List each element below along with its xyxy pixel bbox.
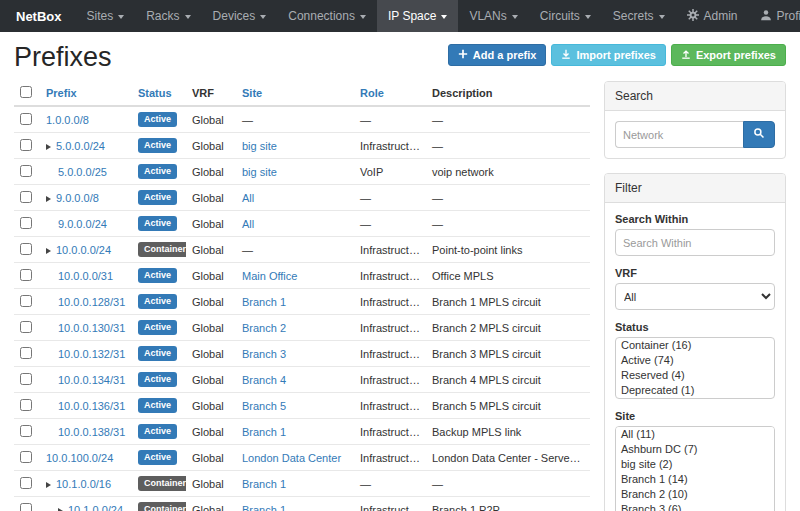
listbox-option[interactable]: Branch 2 (10) — [616, 487, 774, 502]
row-checkbox[interactable] — [20, 191, 32, 203]
site-link[interactable]: Main Office — [242, 270, 297, 282]
listbox-option[interactable]: All (11) — [616, 427, 774, 442]
vrf-select[interactable]: All — [615, 283, 775, 310]
search-within-input[interactable] — [615, 229, 775, 256]
site-link[interactable]: Branch 1 — [242, 504, 286, 511]
nav-item-devices[interactable]: Devices — [202, 0, 278, 32]
row-checkbox[interactable] — [20, 451, 32, 463]
site-link[interactable]: London Data Center — [242, 452, 341, 464]
row-checkbox[interactable] — [20, 399, 32, 411]
vrf-cell: Global — [186, 315, 236, 341]
prefix-link[interactable]: 10.0.0.136/31 — [58, 400, 125, 412]
prefix-link[interactable]: 9.0.0.0/8 — [56, 192, 99, 204]
nav-item-label: Devices — [213, 9, 256, 23]
import-prefixes-button[interactable]: Import prefixes — [551, 44, 665, 66]
select-all-checkbox[interactable] — [20, 86, 32, 98]
listbox-option[interactable]: Ashburn DC (7) — [616, 442, 774, 457]
nav-item-racks[interactable]: Racks — [135, 0, 201, 32]
brand-netbox[interactable]: NetBox — [6, 0, 76, 32]
prefix-link[interactable]: 10.0.0.134/31 — [58, 374, 125, 386]
site-link[interactable]: Branch 1 — [242, 426, 286, 438]
site-link[interactable]: Branch 1 — [242, 478, 286, 490]
site-link[interactable]: Branch 1 — [242, 296, 286, 308]
status-listbox[interactable]: Container (16)Active (74)Reserved (4)Dep… — [615, 337, 775, 399]
site-link[interactable]: All — [242, 218, 254, 230]
chevron-down-icon — [360, 15, 366, 19]
column-header-status[interactable]: Status — [132, 81, 186, 106]
site-listbox[interactable]: All (11)Ashburn DC (7)big site (2)Branch… — [615, 426, 775, 511]
prefix-link[interactable]: 9.0.0.0/24 — [58, 218, 107, 230]
expand-icon[interactable] — [46, 196, 51, 202]
prefix-link[interactable]: 10.0.0.138/31 — [58, 426, 125, 438]
nav-item-connections[interactable]: Connections — [277, 0, 377, 32]
prefix-link[interactable]: 1.0.0.0/8 — [46, 114, 89, 126]
add-a-prefix-button[interactable]: Add a prefix — [448, 44, 547, 66]
status-badge: Active — [138, 190, 177, 205]
row-checkbox[interactable] — [20, 321, 32, 333]
prefix-link[interactable]: 5.0.0.0/24 — [56, 140, 105, 152]
row-checkbox[interactable] — [20, 217, 32, 229]
prefix-link[interactable]: 10.0.100.0/24 — [46, 452, 113, 464]
site-link[interactable]: big site — [242, 140, 277, 152]
row-checkbox[interactable] — [20, 165, 32, 177]
expand-icon[interactable] — [46, 482, 51, 488]
site-link[interactable]: All — [242, 192, 254, 204]
export-prefixes-button[interactable]: Export prefixes — [671, 44, 786, 66]
nav-item-sites[interactable]: Sites — [76, 0, 136, 32]
row-checkbox[interactable] — [20, 113, 32, 125]
column-header-prefix[interactable]: Prefix — [40, 81, 132, 106]
prefix-link[interactable]: 10.0.0.132/31 — [58, 348, 125, 360]
chevron-down-icon — [118, 15, 124, 19]
search-input[interactable] — [615, 121, 743, 148]
nav-item-vlans[interactable]: VLANs — [458, 0, 528, 32]
prefix-link[interactable]: 10.1.0.0/24 — [68, 504, 123, 511]
prefix-link[interactable]: 10.0.0.0/31 — [58, 270, 113, 282]
row-checkbox[interactable] — [20, 425, 32, 437]
row-checkbox[interactable] — [20, 295, 32, 307]
row-checkbox[interactable] — [20, 243, 32, 255]
prefix-link[interactable]: 10.0.0.0/24 — [56, 244, 111, 256]
nav-item-ip-space[interactable]: IP Space — [377, 0, 458, 32]
listbox-option[interactable]: Deprecated (1) — [616, 383, 774, 398]
nav-item-secrets[interactable]: Secrets — [602, 0, 676, 32]
prefix-link[interactable]: 10.1.0.0/16 — [56, 478, 111, 490]
row-checkbox[interactable] — [20, 269, 32, 281]
table-row: 10.0.0.0/31ActiveGlobalMain OfficeInfras… — [14, 263, 590, 289]
status-badge: Active — [138, 450, 177, 465]
prefix-link[interactable]: 10.0.0.128/31 — [58, 296, 125, 308]
filter-label-status: Status — [615, 321, 775, 333]
user-icon — [760, 9, 772, 24]
role-cell: Infrastructure — [354, 497, 426, 511]
column-header-role[interactable]: Role — [354, 81, 426, 106]
row-checkbox[interactable] — [20, 477, 32, 489]
expand-icon[interactable] — [46, 144, 51, 150]
expand-icon[interactable] — [58, 508, 63, 511]
row-checkbox[interactable] — [20, 347, 32, 359]
prefix-link[interactable]: 10.0.0.130/31 — [58, 322, 125, 334]
row-checkbox[interactable] — [20, 503, 32, 511]
site-link[interactable]: big site — [242, 166, 277, 178]
site-link[interactable]: Branch 5 — [242, 400, 286, 412]
row-checkbox[interactable] — [20, 139, 32, 151]
status-badge: Active — [138, 346, 177, 361]
listbox-option[interactable]: big site (2) — [616, 457, 774, 472]
listbox-option[interactable]: Active (74) — [616, 353, 774, 368]
expand-icon[interactable] — [46, 248, 51, 254]
listbox-option[interactable]: Reserved (4) — [616, 368, 774, 383]
nav-item-admin[interactable]: Admin — [676, 0, 749, 32]
listbox-option[interactable]: Branch 3 (6) — [616, 502, 774, 511]
description-cell: Office MPLS — [426, 263, 590, 289]
nav-item-circuits[interactable]: Circuits — [529, 0, 602, 32]
button-label: Import prefixes — [576, 49, 655, 61]
prefix-link[interactable]: 5.0.0.0/25 — [58, 166, 107, 178]
listbox-option[interactable]: Branch 1 (14) — [616, 472, 774, 487]
column-header-site[interactable]: Site — [236, 81, 354, 106]
row-checkbox[interactable] — [20, 373, 32, 385]
site-link[interactable]: Branch 2 — [242, 322, 286, 334]
site-link[interactable]: Branch 3 — [242, 348, 286, 360]
search-button[interactable] — [743, 121, 775, 148]
nav-item-profile[interactable]: Profile — [749, 0, 800, 32]
site-link[interactable]: Branch 4 — [242, 374, 286, 386]
listbox-option[interactable]: Container (16) — [616, 338, 774, 353]
description-cell: — — [426, 185, 590, 211]
